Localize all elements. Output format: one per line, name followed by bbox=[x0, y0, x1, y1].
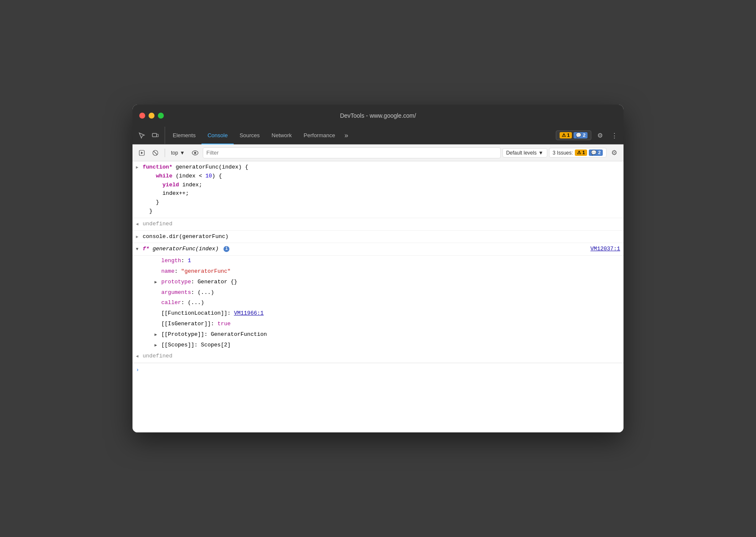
tab-right-actions: ⚠ 1 💬 2 ⚙ ⋮ bbox=[556, 127, 620, 144]
prop-name: name: "generatorFunc" bbox=[132, 266, 624, 277]
code-content-3: console.dir(generatorFunc) bbox=[143, 233, 620, 241]
info-icon: i bbox=[223, 246, 229, 252]
more-tabs-button[interactable]: » bbox=[341, 127, 352, 144]
maximize-button[interactable] bbox=[158, 113, 164, 119]
console-entry-undefined-1: ◀ undefined bbox=[132, 218, 624, 231]
svg-rect-0 bbox=[152, 133, 157, 137]
svg-point-7 bbox=[194, 152, 196, 154]
context-selector[interactable]: top ▼ bbox=[168, 149, 188, 157]
levels-selector[interactable]: Default levels ▼ bbox=[502, 148, 547, 158]
expand-scopes[interactable]: ▶ bbox=[155, 341, 161, 349]
console-entry-undefined-2: ◀ undefined bbox=[132, 350, 624, 363]
prompt-cursor[interactable] bbox=[143, 366, 620, 374]
warn-badge: ⚠ 1 bbox=[560, 132, 572, 138]
vm-link-1[interactable]: VM12037:1 bbox=[590, 245, 620, 254]
window-title: DevTools - www.google.com/ bbox=[340, 112, 416, 119]
console-settings-button[interactable]: ⚙ bbox=[608, 147, 620, 159]
tab-performance[interactable]: Performance bbox=[298, 127, 341, 144]
console-prompt: › bbox=[132, 363, 624, 376]
inspect-element-button[interactable] bbox=[136, 130, 148, 141]
filter-input[interactable] bbox=[203, 147, 501, 158]
svg-line-5 bbox=[154, 151, 157, 155]
svg-marker-3 bbox=[141, 152, 143, 154]
expand-arrow-3[interactable]: ▶ bbox=[136, 233, 143, 241]
tab-icon-group bbox=[136, 127, 165, 144]
clear-console-button[interactable] bbox=[149, 147, 161, 159]
devtools-window: DevTools - www.google.com/ Elements Cons… bbox=[132, 105, 624, 432]
collapse-arrow[interactable]: ▼ bbox=[136, 246, 143, 253]
tab-network[interactable]: Network bbox=[266, 127, 298, 144]
expand-arrow-1[interactable]: ▶ bbox=[136, 163, 143, 171]
info-badge: 💬 2 bbox=[574, 132, 588, 138]
issues-info-badge: 💬 2 bbox=[589, 149, 603, 156]
prop-function-location: [[FunctionLocation]]: VM11966:1 bbox=[132, 308, 624, 319]
prop-is-generator: [[IsGenerator]]: true bbox=[132, 319, 624, 329]
issues-warn-badge: ⚠ 1 bbox=[575, 149, 587, 156]
live-expressions-button[interactable] bbox=[189, 147, 201, 159]
prop-length: length: 1 bbox=[132, 256, 624, 266]
settings-button[interactable]: ⚙ bbox=[594, 130, 606, 141]
run-script-button[interactable] bbox=[136, 147, 148, 159]
prop-scopes: ▶ [[Scopes]]: Scopes[2] bbox=[132, 340, 624, 351]
traffic-lights bbox=[139, 113, 164, 119]
console-content: ▶ function* generatorFunc(index) { while… bbox=[132, 161, 624, 432]
toolbar-divider bbox=[165, 149, 165, 157]
prop-prototype: ▶ prototype: Generator {} bbox=[132, 277, 624, 288]
prop-arguments: arguments: (...) bbox=[132, 288, 624, 298]
entry-arrow-return-2: ◀ bbox=[136, 352, 143, 360]
more-options-button[interactable]: ⋮ bbox=[608, 130, 620, 141]
prop-proto: ▶ [[Prototype]]: GeneratorFunction bbox=[132, 329, 624, 340]
vm11966-link[interactable]: VM11966:1 bbox=[234, 310, 264, 316]
undefined-value-1: undefined bbox=[143, 220, 620, 229]
fn-header-content: f* generatorFunc(index) i VM12037:1 bbox=[143, 245, 620, 254]
code-content-1: function* generatorFunc(index) { while (… bbox=[143, 163, 620, 216]
console-toolbar: top ▼ Default levels ▼ 3 Issues: ⚠ 1 💬 2… bbox=[132, 144, 624, 161]
console-entry-expanded: ▼ f* generatorFunc(index) i VM12037:1 le… bbox=[132, 243, 624, 350]
console-entry-dir-call: ▶ console.dir(generatorFunc) bbox=[132, 231, 624, 244]
expand-proto[interactable]: ▶ bbox=[155, 330, 161, 338]
expand-prototype[interactable]: ▶ bbox=[155, 278, 161, 286]
tab-elements[interactable]: Elements bbox=[167, 127, 201, 144]
close-button[interactable] bbox=[139, 113, 145, 119]
issues-badge[interactable]: ⚠ 1 💬 2 bbox=[556, 130, 591, 140]
titlebar: DevTools - www.google.com/ bbox=[132, 105, 624, 127]
responsive-design-button[interactable] bbox=[149, 130, 161, 141]
tabbar: Elements Console Sources Network Perform… bbox=[132, 127, 624, 144]
prop-caller: caller: (...) bbox=[132, 298, 624, 308]
fn-object-header: ▼ f* generatorFunc(index) i VM12037:1 bbox=[132, 243, 624, 256]
console-entry-function-def: ▶ function* generatorFunc(index) { while… bbox=[132, 161, 624, 218]
tab-console[interactable]: Console bbox=[201, 127, 234, 144]
undefined-value-2: undefined bbox=[143, 352, 620, 361]
entry-arrow-return-1: ◀ bbox=[136, 220, 143, 228]
tab-sources[interactable]: Sources bbox=[234, 127, 266, 144]
issues-count[interactable]: 3 Issues: ⚠ 1 💬 2 bbox=[549, 148, 607, 158]
prompt-arrow: › bbox=[136, 367, 139, 373]
minimize-button[interactable] bbox=[149, 113, 155, 119]
